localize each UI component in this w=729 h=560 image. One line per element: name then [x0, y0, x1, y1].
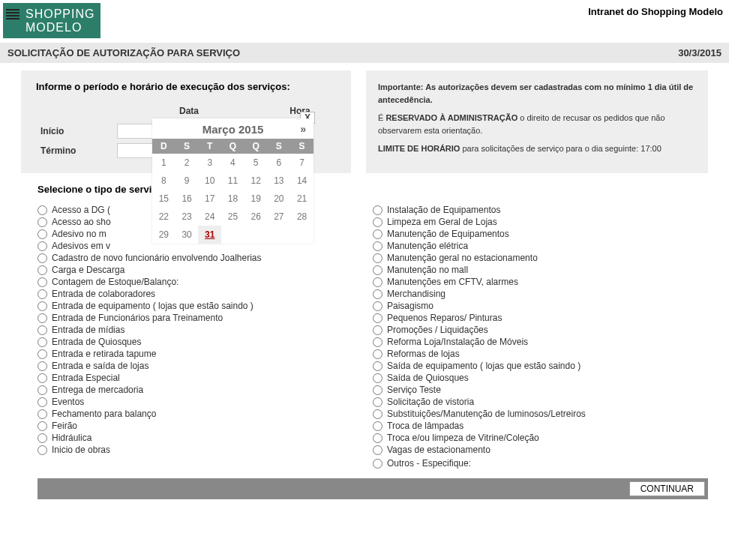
- service-radio[interactable]: [38, 373, 47, 383]
- calendar-day-cell[interactable]: 27: [268, 208, 291, 226]
- calendar-day-cell[interactable]: 21: [290, 190, 314, 208]
- calendar-day-cell[interactable]: 30: [176, 226, 199, 244]
- calendar-day-cell[interactable]: 29: [152, 226, 176, 244]
- service-radio[interactable]: [373, 349, 382, 359]
- service-label: Entrada e saída de lojas: [52, 361, 148, 371]
- service-label: Reformas de lojas: [387, 349, 460, 359]
- calendar-day-cell[interactable]: 3: [198, 154, 221, 172]
- calendar-day-cell[interactable]: 1: [152, 154, 176, 172]
- service-radio[interactable]: [38, 445, 47, 455]
- service-radio[interactable]: [373, 313, 382, 323]
- service-radio[interactable]: [373, 409, 382, 419]
- outros-label: Outros - Especifique:: [387, 458, 471, 469]
- service-radio[interactable]: [373, 253, 382, 263]
- service-radio[interactable]: [38, 229, 47, 239]
- calendar-day-cell[interactable]: 4: [221, 154, 244, 172]
- inicio-label: Início: [38, 122, 112, 140]
- service-radio[interactable]: [373, 325, 382, 335]
- intranet-title: Intranet do Shopping Modelo: [588, 3, 723, 17]
- calendar-day-cell[interactable]: 7: [290, 154, 314, 172]
- service-radio[interactable]: [38, 397, 47, 407]
- service-radio[interactable]: [373, 289, 382, 299]
- calendar-day-cell[interactable]: 5: [244, 154, 268, 172]
- service-radio[interactable]: [373, 241, 382, 251]
- calendar-day-cell[interactable]: 12: [244, 172, 268, 190]
- calendar-day-cell[interactable]: 26: [244, 208, 268, 226]
- service-radio[interactable]: [38, 349, 47, 359]
- calendar-day-cell[interactable]: 8: [152, 172, 176, 190]
- title-bar: SOLICITAÇÃO DE AUTORIZAÇÃO PARA SERVIÇO …: [0, 43, 729, 63]
- service-item: Entrada de mídias: [38, 324, 373, 336]
- service-radio[interactable]: [373, 337, 382, 347]
- calendar-next-button[interactable]: »: [300, 123, 306, 135]
- service-radio[interactable]: [373, 445, 382, 455]
- service-label: Entrada de Quiosques: [52, 337, 141, 347]
- service-label: Adesivos em v: [52, 241, 110, 251]
- service-label: Entrega de mercadoria: [52, 385, 143, 395]
- service-radio[interactable]: [38, 313, 47, 323]
- service-radio[interactable]: [38, 289, 47, 299]
- service-radio[interactable]: [373, 277, 382, 287]
- service-radio[interactable]: [38, 253, 47, 263]
- calendar-day-cell[interactable]: 13: [268, 172, 291, 190]
- service-radio[interactable]: [373, 301, 382, 311]
- service-radio[interactable]: [373, 205, 382, 215]
- service-radio[interactable]: [38, 325, 47, 335]
- service-radio[interactable]: [38, 217, 47, 227]
- calendar-day-cell[interactable]: 28: [290, 208, 314, 226]
- service-radio[interactable]: [38, 385, 47, 395]
- calendar-day-cell[interactable]: 24: [198, 208, 221, 226]
- calendar-day-cell[interactable]: 10: [198, 172, 221, 190]
- service-radio[interactable]: [373, 373, 382, 383]
- calendar-day-cell[interactable]: 16: [176, 190, 199, 208]
- calendar-day-cell[interactable]: 6: [268, 154, 291, 172]
- service-radio[interactable]: [373, 385, 382, 395]
- calendar-day-cell[interactable]: 18: [221, 190, 244, 208]
- service-radio[interactable]: [38, 409, 47, 419]
- service-label: Contagem de Estoque/Balanço:: [52, 277, 178, 287]
- service-radio[interactable]: [373, 361, 382, 371]
- calendar-day-cell[interactable]: 20: [268, 190, 291, 208]
- service-label: Instalação de Equipamentos: [387, 205, 500, 215]
- outros-input[interactable]: [476, 457, 626, 470]
- calendar-day-cell[interactable]: 11: [221, 172, 244, 190]
- service-radio[interactable]: [38, 241, 47, 251]
- info-box: Importante: As autorizações devem ser ca…: [366, 70, 708, 173]
- calendar-day-cell[interactable]: 19: [244, 190, 268, 208]
- service-radio[interactable]: [38, 205, 47, 215]
- logo-line2: MODELO: [26, 21, 94, 34]
- service-radio[interactable]: [38, 421, 47, 431]
- service-radio[interactable]: [373, 229, 382, 239]
- calendar-day-cell[interactable]: 31: [198, 226, 221, 244]
- service-label: Entrada de mídias: [52, 325, 124, 335]
- page-date: 30/3/2015: [678, 47, 722, 58]
- service-item: Instalação de Equipamentos: [373, 204, 708, 216]
- calendar-day-cell[interactable]: 17: [198, 190, 221, 208]
- service-radio[interactable]: [373, 217, 382, 227]
- service-radio[interactable]: [38, 301, 47, 311]
- calendar-month-title: Março 2015: [202, 123, 264, 136]
- continue-button[interactable]: CONTINUAR: [629, 481, 705, 496]
- service-radio[interactable]: [38, 361, 47, 371]
- logo[interactable]: SHOPPING MODELO: [3, 3, 100, 38]
- service-radio[interactable]: [38, 433, 47, 443]
- calendar-day-cell[interactable]: 14: [290, 172, 314, 190]
- service-label: Acesso ao sho: [52, 217, 111, 227]
- calendar-day-cell[interactable]: 15: [152, 190, 176, 208]
- service-radio[interactable]: [373, 265, 382, 275]
- service-radio[interactable]: [373, 421, 382, 431]
- calendar-day-cell[interactable]: 9: [176, 172, 199, 190]
- calendar-dow-cell: Q: [244, 139, 268, 154]
- calendar-day-cell[interactable]: 2: [176, 154, 199, 172]
- service-radio-outros[interactable]: [373, 459, 382, 469]
- service-radio[interactable]: [38, 337, 47, 347]
- calendar-day-cell[interactable]: 22: [152, 208, 176, 226]
- service-radio[interactable]: [38, 265, 47, 275]
- service-radio[interactable]: [373, 397, 382, 407]
- service-radio[interactable]: [38, 277, 47, 287]
- service-radio[interactable]: [373, 433, 382, 443]
- service-item: Merchandising: [373, 288, 708, 300]
- calendar-day-cell[interactable]: 25: [221, 208, 244, 226]
- calendar-day-cell[interactable]: 23: [176, 208, 199, 226]
- service-item: Entrega de mercadoria: [38, 384, 373, 396]
